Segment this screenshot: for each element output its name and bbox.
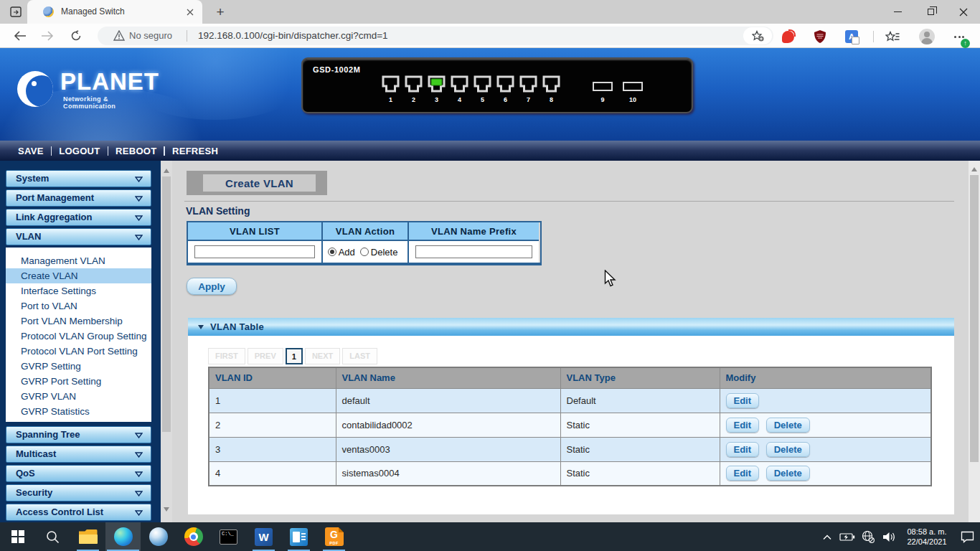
taskbar-clock[interactable]: 08:58 a. m. 22/04/2021: [900, 527, 954, 547]
browser-tab-bar: Managed Switch +: [0, 0, 980, 24]
page-last-button[interactable]: LAST: [342, 348, 377, 364]
sidebar-item-gvrp-statistics[interactable]: GVRP Statistics: [6, 404, 151, 419]
mouse-cursor: [604, 270, 617, 291]
cell-vlan-type: Static: [560, 413, 720, 437]
clock-time: 08:58 a. m.: [900, 527, 954, 537]
sidebar-group-access-control-list[interactable]: Access Control List: [6, 504, 151, 521]
network-status[interactable]: [858, 522, 879, 551]
forward-button[interactable]: [38, 27, 57, 44]
taskbar-command-prompt[interactable]: C:\_: [211, 522, 246, 551]
scroll-up-arrow[interactable]: [969, 164, 980, 175]
security-label[interactable]: No seguro: [129, 30, 172, 41]
search-button[interactable]: [35, 522, 70, 551]
edit-button[interactable]: Edit: [726, 442, 760, 457]
action-center-button[interactable]: [954, 522, 980, 551]
new-tab-button[interactable]: +: [211, 3, 230, 22]
radio-add-label[interactable]: Add: [339, 247, 355, 258]
delete-button[interactable]: Delete: [766, 466, 810, 481]
address-bar[interactable]: No seguro 192.168.0.100/cgi-bin/dispatch…: [98, 27, 773, 45]
page-title-box: Create VLAN: [187, 171, 327, 195]
vlan-list-input[interactable]: [194, 245, 314, 258]
window-restore-button[interactable]: [914, 0, 947, 24]
profile-button[interactable]: [919, 29, 935, 44]
taskbar-edge[interactable]: [105, 522, 141, 551]
radio-delete[interactable]: [360, 248, 369, 256]
volume-status[interactable]: [879, 522, 900, 551]
browser-tab[interactable]: Managed Switch: [27, 0, 202, 24]
window-minimize-button[interactable]: [881, 0, 914, 24]
sidebar-item-gvrp-setting[interactable]: GVRP Setting: [6, 359, 151, 374]
delete-button[interactable]: Delete: [766, 418, 810, 433]
sidebar-group-port-management[interactable]: Port Management: [6, 189, 151, 207]
edit-button[interactable]: Edit: [726, 418, 760, 433]
page-scrollbar[interactable]: [969, 161, 980, 522]
apply-button[interactable]: Apply: [187, 278, 237, 295]
taskbar-document-app[interactable]: [281, 522, 316, 551]
page-first-button[interactable]: FIRST: [208, 348, 245, 364]
edit-button[interactable]: Edit: [726, 466, 760, 481]
taskbar-gpdf-app[interactable]: G PDF: [316, 522, 352, 551]
battery-status[interactable]: [837, 522, 858, 551]
planet-logo-icon: [17, 71, 53, 107]
favorites-button[interactable]: [885, 29, 900, 44]
scroll-up-arrow[interactable]: [161, 165, 172, 176]
taskbar-winbox-app[interactable]: [141, 522, 176, 551]
cell-vlan-name: ventas0003: [336, 437, 560, 461]
taskbar-file-explorer[interactable]: [70, 522, 105, 551]
sidebar-item-management-vlan[interactable]: Management VLAN: [6, 253, 151, 268]
sidebar-group-vlan[interactable]: VLAN: [6, 228, 151, 245]
update-badge: ↑: [961, 39, 970, 48]
sidebar-item-protocol-vlan-port-setting[interactable]: Protocol VLAN Port Setting: [6, 344, 151, 359]
back-button[interactable]: [11, 27, 29, 44]
taskbar-word[interactable]: W: [246, 522, 281, 551]
scrollbar-thumb[interactable]: [162, 176, 171, 432]
sidebar-group-qos[interactable]: QoS: [6, 465, 151, 482]
refresh-button[interactable]: [67, 27, 85, 44]
browser-menu-button[interactable]: ↑: [951, 29, 967, 44]
start-button[interactable]: [0, 522, 35, 551]
sidebar-item-gvrp-port-setting[interactable]: GVRP Port Setting: [6, 374, 151, 389]
warning-icon: [113, 30, 125, 44]
url-text[interactable]: 192.168.0.100/cgi-bin/dispatcher.cgi?cmd…: [198, 30, 388, 41]
window-close-button[interactable]: [947, 0, 980, 24]
sidebar-group-multicast[interactable]: Multicast: [6, 446, 151, 463]
sidebar-item-gvrp-vlan[interactable]: GVRP VLAN: [6, 389, 151, 404]
sidebar-item-interface-settings[interactable]: Interface Settings: [6, 283, 151, 298]
sidebar-scrollbar[interactable]: [161, 161, 172, 522]
logout-link[interactable]: LOGOUT: [59, 146, 100, 156]
radio-add[interactable]: [328, 248, 336, 256]
scrollbar-thumb[interactable]: [970, 175, 979, 462]
page-1-button[interactable]: 1: [286, 348, 303, 364]
sidebar-group-security[interactable]: Security: [6, 484, 151, 501]
edit-button[interactable]: Edit: [726, 393, 760, 408]
translate-extension-icon[interactable]: A: [844, 29, 859, 44]
add-favorite-button[interactable]: [743, 27, 772, 44]
ublock-extension-icon[interactable]: [812, 29, 828, 44]
reboot-link[interactable]: REBOOT: [116, 146, 156, 156]
adblock-extension-icon[interactable]: [780, 29, 796, 44]
delete-button[interactable]: Delete: [766, 442, 810, 457]
sidebar-item-protocol-vlan-group-setting[interactable]: Protocol VLAN Group Setting: [6, 329, 151, 344]
cell-modify: Edit Delete: [720, 461, 931, 486]
globe-no-internet-icon: [862, 530, 875, 544]
sidebar-item-create-vlan[interactable]: Create VLAN: [6, 268, 151, 283]
taskbar-chrome[interactable]: [176, 522, 211, 551]
vlan-table-section-header[interactable]: VLAN Table: [188, 318, 954, 336]
tab-actions-button[interactable]: [7, 4, 24, 19]
page-next-button[interactable]: NEXT: [305, 348, 340, 364]
back-icon: [14, 31, 27, 41]
tray-expand-button[interactable]: [816, 522, 837, 551]
save-link[interactable]: SAVE: [18, 146, 44, 156]
sidebar-group-link-aggregation[interactable]: Link Aggregation: [6, 209, 151, 226]
sidebar-group-spanning-tree[interactable]: Spanning Tree: [6, 426, 151, 443]
sidebar-item-port-to-vlan[interactable]: Port to VLAN: [6, 298, 151, 314]
vlan-name-prefix-input[interactable]: [415, 245, 532, 258]
scroll-down-arrow[interactable]: [161, 504, 172, 515]
sidebar-group-system[interactable]: System: [6, 170, 151, 187]
sidebar-item-port-vlan-membership[interactable]: Port VLAN Membership: [6, 314, 151, 329]
divider: [184, 201, 954, 202]
page-prev-button[interactable]: PREV: [248, 348, 283, 364]
refresh-link[interactable]: REFRESH: [172, 146, 218, 156]
tab-close-icon[interactable]: [184, 6, 196, 18]
radio-delete-label[interactable]: Delete: [371, 247, 398, 258]
